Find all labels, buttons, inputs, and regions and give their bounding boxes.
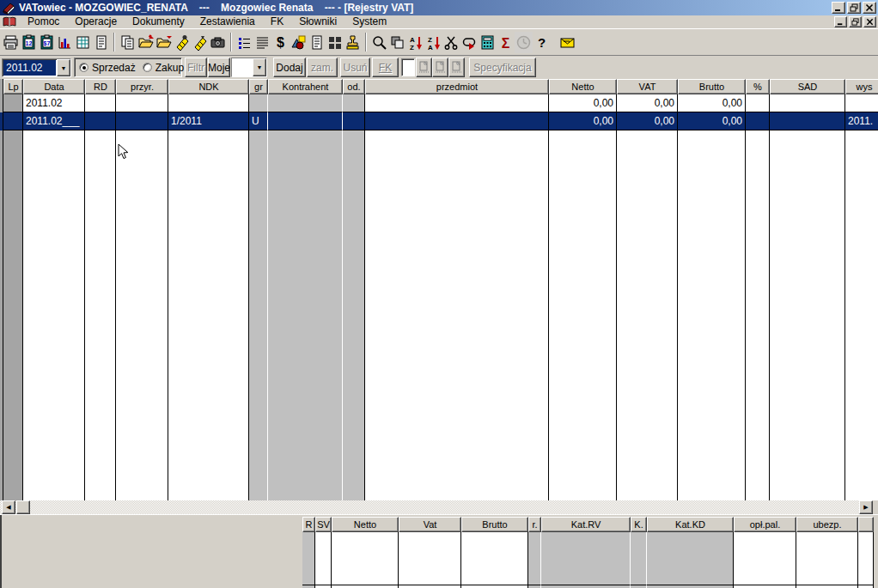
report-button-2[interactable] bbox=[432, 58, 448, 77]
report-button-3[interactable] bbox=[448, 58, 465, 77]
shapes-button[interactable] bbox=[290, 32, 308, 53]
sort-az-button[interactable]: AZ bbox=[406, 32, 424, 53]
detail-empty-cell bbox=[647, 532, 734, 585]
menu-item-pomoc[interactable]: Pomoc bbox=[20, 15, 67, 28]
scroll-thumb[interactable] bbox=[16, 500, 30, 514]
money-report-button[interactable]: $7 bbox=[38, 32, 56, 53]
detail-column-header-blank[interactable] bbox=[858, 517, 874, 532]
scroll-left-button[interactable]: ◀ bbox=[2, 500, 15, 514]
detail-column-header-katkd[interactable]: Kat.KD bbox=[647, 517, 734, 532]
bar-chart-button[interactable] bbox=[56, 32, 74, 53]
register-row-selected[interactable]: 2011.02___1/2011U0,000,000,002011. bbox=[0, 112, 878, 130]
register-cell: 0,00 bbox=[549, 94, 617, 112]
column-header-%[interactable]: % bbox=[746, 79, 770, 94]
zam-button[interactable]: zam. bbox=[307, 58, 338, 77]
column-header-data[interactable]: Data bbox=[23, 79, 85, 94]
radio-zakup[interactable]: Zakup bbox=[143, 62, 184, 74]
copy-button[interactable] bbox=[119, 32, 137, 53]
column-header-kontrahent[interactable]: Kontrahent bbox=[268, 79, 343, 94]
dollar-button[interactable]: $ bbox=[271, 32, 290, 53]
column-header-sad[interactable]: SAD bbox=[770, 79, 845, 94]
detail-column-header-ubezp[interactable]: ubezp. bbox=[796, 517, 858, 532]
detail-column-header-netto[interactable]: Netto bbox=[332, 517, 399, 532]
detail-column-header-oplpal[interactable]: opł.pal. bbox=[734, 517, 796, 532]
column-header-wys[interactable]: wys bbox=[845, 79, 878, 94]
usun-button[interactable]: Usuń bbox=[340, 58, 370, 77]
grid-button[interactable] bbox=[326, 32, 344, 53]
detail-panel: RSVNettoVatBruttor.Kat.RVK.Kat.KDopł.pal… bbox=[0, 514, 878, 588]
detail-column-header-k[interactable]: K. bbox=[631, 517, 647, 532]
calendar-report-button[interactable]: 12 bbox=[20, 32, 38, 53]
group-dropdown-button[interactable]: ▼ bbox=[253, 58, 266, 76]
cut-button[interactable] bbox=[442, 32, 460, 53]
menu-item-operacje[interactable]: Operacje bbox=[67, 15, 125, 28]
sum-button[interactable]: Σ bbox=[497, 32, 515, 53]
document-alt-button[interactable] bbox=[308, 32, 326, 53]
toolbar-separator bbox=[365, 33, 367, 52]
specyfikacja-button[interactable]: Specyfikacja bbox=[469, 58, 536, 77]
detail-column-header-vat[interactable]: Vat bbox=[399, 517, 461, 532]
loop-button[interactable] bbox=[460, 32, 479, 53]
column-header-brutto[interactable]: Brutto bbox=[678, 79, 746, 94]
folder-import-button[interactable] bbox=[137, 32, 155, 53]
column-header-rd[interactable]: RD bbox=[85, 79, 116, 94]
flag-edit-field[interactable] bbox=[401, 58, 415, 76]
empty-column bbox=[249, 130, 268, 500]
print-button[interactable] bbox=[2, 32, 20, 53]
period-dropdown-button[interactable]: ▼ bbox=[57, 59, 70, 76]
mdi-restore-button[interactable] bbox=[849, 16, 862, 27]
mdi-close-button[interactable] bbox=[863, 16, 876, 27]
close-button[interactable] bbox=[863, 2, 876, 14]
search-button[interactable] bbox=[370, 32, 388, 53]
calculator-button[interactable] bbox=[479, 32, 497, 53]
radio-sprzedaz[interactable]: Sprzedaż bbox=[79, 62, 136, 74]
clean-button[interactable] bbox=[173, 32, 191, 53]
menu-item-zestawienia[interactable]: Zestawienia bbox=[192, 15, 263, 28]
detail-column-header-r[interactable]: R bbox=[302, 517, 315, 532]
list-button[interactable] bbox=[235, 32, 253, 53]
column-header-od[interactable]: od. bbox=[343, 79, 365, 94]
register-row[interactable]: 2011.020,000,000,00 bbox=[0, 94, 878, 112]
layers-button[interactable] bbox=[388, 32, 406, 53]
fk-button[interactable]: FK bbox=[372, 58, 399, 77]
dodaj-button[interactable]: Dodaj bbox=[273, 58, 306, 77]
restore-button[interactable] bbox=[847, 2, 861, 14]
column-header-lp[interactable]: Lp bbox=[3, 79, 23, 94]
detail-column-header-katrv[interactable]: Kat.RV bbox=[541, 517, 631, 532]
group-combobox[interactable]: ▼ bbox=[231, 58, 267, 77]
scroll-right-button[interactable]: ▶ bbox=[859, 500, 873, 514]
detail-column-header-r[interactable]: r. bbox=[528, 517, 541, 532]
sort-za-button[interactable]: ZA bbox=[424, 32, 442, 53]
moje-button[interactable]: Moje bbox=[208, 58, 230, 77]
document-button[interactable] bbox=[92, 32, 110, 53]
stamp-button[interactable] bbox=[344, 32, 362, 53]
help-button[interactable]: ? bbox=[533, 32, 551, 53]
column-header-netto[interactable]: Netto bbox=[549, 79, 617, 94]
clock-button[interactable] bbox=[515, 32, 533, 53]
column-header-przedmiot[interactable]: przedmiot bbox=[365, 79, 549, 94]
column-header-gr[interactable]: gr bbox=[249, 79, 268, 94]
clean-alt-button[interactable] bbox=[191, 32, 209, 53]
period-combobox[interactable]: 2011.02 ▼ bbox=[2, 58, 71, 77]
mdi-minimize-button[interactable] bbox=[834, 16, 847, 27]
mail-button[interactable] bbox=[558, 32, 576, 53]
column-header-przyr[interactable]: przyr. bbox=[116, 79, 168, 94]
horizontal-scrollbar[interactable]: ◀ ▶ bbox=[0, 500, 873, 514]
folder-export-button[interactable] bbox=[155, 32, 173, 53]
menu-item-fk[interactable]: FK bbox=[263, 15, 291, 28]
menu-item-system[interactable]: System bbox=[344, 15, 394, 28]
menu-item-slowniki[interactable]: Słowniki bbox=[291, 15, 344, 28]
detail-column-header-brutto[interactable]: Brutto bbox=[461, 517, 528, 532]
minimize-button[interactable] bbox=[832, 2, 845, 14]
column-header-ndk[interactable]: NDK bbox=[168, 79, 249, 94]
sort-za-icon: ZA bbox=[425, 34, 442, 51]
camera-button[interactable] bbox=[209, 32, 227, 53]
column-header-vat[interactable]: VAT bbox=[617, 79, 678, 94]
filtr-button[interactable]: Filtr bbox=[185, 58, 207, 77]
text-lines-button[interactable] bbox=[253, 32, 271, 53]
money-report-icon: $7 bbox=[39, 34, 55, 51]
detail-column-header-sv[interactable]: SV bbox=[315, 517, 332, 532]
spreadsheet-button[interactable] bbox=[74, 32, 92, 53]
report-button-1[interactable] bbox=[416, 58, 432, 77]
menu-item-dokumenty[interactable]: Dokumenty bbox=[125, 15, 192, 28]
